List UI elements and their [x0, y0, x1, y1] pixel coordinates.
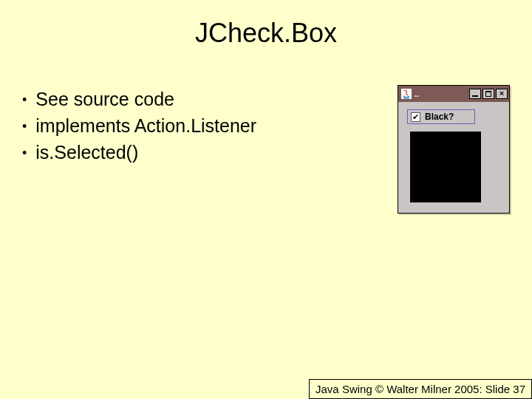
maximize-button[interactable]: [482, 89, 494, 99]
list-item: • is.Selected(): [22, 140, 256, 166]
java-icon: [401, 89, 412, 99]
window-titlebar[interactable]: .. ×: [398, 86, 509, 102]
list-item: • implements Action.Listener: [22, 114, 256, 139]
color-panel: [410, 132, 481, 202]
black-checkbox[interactable]: ✔ Black?: [407, 109, 475, 124]
close-button[interactable]: ×: [496, 89, 508, 99]
bullet-text: implements Action.Listener: [35, 114, 256, 139]
slide-title: JCheck.Box: [0, 0, 532, 49]
list-item: • See source code: [22, 87, 256, 112]
minimize-icon: [472, 95, 478, 97]
maximize-icon: [485, 91, 491, 97]
checkmark-icon: ✔: [412, 113, 419, 121]
titlebar-left: ..: [400, 89, 419, 99]
window-controls: ×: [469, 89, 508, 99]
bullet-dot: •: [22, 120, 27, 133]
close-icon: ×: [499, 90, 505, 98]
window-title: ..: [415, 89, 419, 98]
bullet-text: is.Selected(): [35, 140, 138, 166]
bullet-dot: •: [22, 93, 27, 106]
window-client-area: ✔ Black?: [398, 102, 509, 213]
swing-window: .. × ✔ Black?: [398, 85, 510, 214]
bullet-list: • See source code • implements Action.Li…: [22, 87, 256, 166]
bullet-text: See source code: [35, 87, 174, 112]
bullet-dot: •: [22, 146, 27, 160]
slide-footer: Java Swing © Walter Milner 2005: Slide 3…: [309, 379, 532, 399]
checkbox-box[interactable]: ✔: [411, 112, 420, 122]
checkbox-label: Black?: [425, 112, 454, 122]
minimize-button[interactable]: [469, 89, 481, 99]
